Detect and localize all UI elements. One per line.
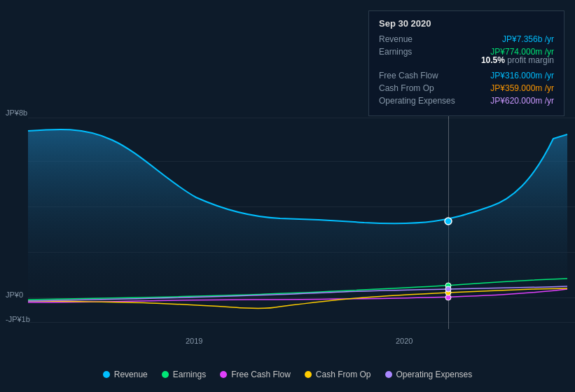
tooltip-label-cashfromop: Cash From Op xyxy=(379,83,463,93)
legend-label-opex: Operating Expenses xyxy=(396,370,473,379)
tooltip-row-opex: Operating Expenses JP¥620.000m /yr xyxy=(379,96,554,106)
tooltip-row-fcf: Free Cash Flow JP¥316.000m /yr xyxy=(379,71,554,80)
tooltip-label-opex: Operating Expenses xyxy=(379,96,463,106)
tooltip-label-revenue: Revenue xyxy=(379,34,463,44)
legend-item-fcf[interactable]: Free Cash Flow xyxy=(220,363,291,386)
tooltip-label-earnings: Earnings xyxy=(379,47,463,57)
legend-item-earnings[interactable]: Earnings xyxy=(162,363,206,386)
tooltip-value-opex: JP¥620.000m /yr xyxy=(490,96,554,106)
opex-dot xyxy=(445,286,451,292)
legend-label-revenue: Revenue xyxy=(114,370,148,379)
revenue-dot xyxy=(445,218,452,225)
legend-dot-cashfromop xyxy=(305,371,312,378)
tooltip-row-cashfromop: Cash From Op JP¥359.000m /yr xyxy=(379,83,554,93)
tooltip-value-cashfromop: JP¥359.000m /yr xyxy=(490,83,554,93)
tooltip-panel: Sep 30 2020 Revenue JP¥7.356b /yr Earnin… xyxy=(368,10,564,116)
tooltip-row-earnings: Earnings JP¥774.000m /yr 10.5% profit ma… xyxy=(379,47,554,68)
tooltip-date: Sep 30 2020 xyxy=(379,18,554,29)
legend-dot-revenue xyxy=(103,371,110,378)
tooltip-value-revenue: JP¥7.356b /yr xyxy=(502,34,554,44)
legend-item-cashfromop[interactable]: Cash From Op xyxy=(305,363,371,386)
tooltip-label-fcf: Free Cash Flow xyxy=(379,71,463,80)
legend-item-revenue[interactable]: Revenue xyxy=(103,363,148,386)
tooltip-value-earnings-group: JP¥774.000m /yr 10.5% profit margin xyxy=(481,47,554,68)
legend-dot-fcf xyxy=(220,371,227,378)
tooltip-value-fcf: JP¥316.000m /yr xyxy=(490,71,554,80)
tooltip-row-revenue: Revenue JP¥7.356b /yr xyxy=(379,34,554,44)
legend-label-earnings: Earnings xyxy=(173,370,206,379)
legend-dot-opex xyxy=(385,371,392,378)
chart-legend: Revenue Earnings Free Cash Flow Cash Fro… xyxy=(0,357,575,392)
legend-label-cashfromop: Cash From Op xyxy=(316,370,371,379)
tooltip-profit-margin: 10.5% profit margin xyxy=(481,55,554,65)
legend-label-fcf: Free Cash Flow xyxy=(231,370,291,379)
legend-item-opex[interactable]: Operating Expenses xyxy=(385,363,473,386)
legend-dot-earnings xyxy=(162,371,169,378)
